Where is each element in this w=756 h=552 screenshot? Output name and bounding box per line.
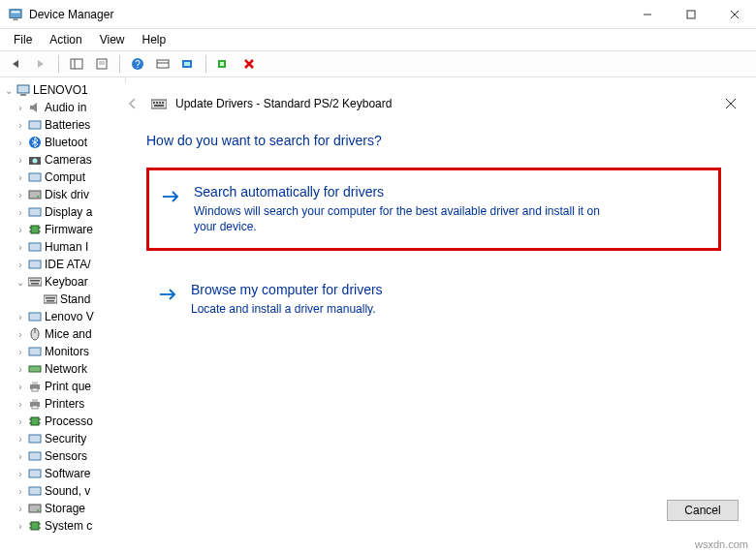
expand-icon[interactable]: › <box>16 399 25 410</box>
watermark: wsxdn.com <box>695 538 748 550</box>
tree-item[interactable]: ›Comput <box>4 169 125 186</box>
expand-icon[interactable]: › <box>16 416 25 427</box>
svg-rect-45 <box>29 313 41 321</box>
tree-item[interactable]: ›Network <box>4 360 125 378</box>
tree-item[interactable]: ⌄Keyboar <box>4 273 125 291</box>
device-icon <box>27 187 43 202</box>
scan-hardware-icon[interactable] <box>151 53 174 75</box>
menu-view[interactable]: View <box>92 31 133 48</box>
device-icon <box>27 448 43 464</box>
expand-icon[interactable]: › <box>16 486 25 497</box>
svg-text:?: ? <box>135 59 141 70</box>
separator <box>58 55 59 73</box>
option-browse-computer[interactable]: Browse my computer for drivers Locate an… <box>146 268 721 330</box>
update-driver-icon[interactable] <box>176 53 200 75</box>
tree-item[interactable]: ›Audio in <box>4 99 125 116</box>
tree-item[interactable]: ›Firmware <box>4 221 125 238</box>
help-icon[interactable]: ? <box>126 53 149 75</box>
collapse-icon[interactable]: ⌄ <box>4 85 14 96</box>
dialog-close-button[interactable] <box>717 90 744 117</box>
minimize-button[interactable] <box>625 0 669 29</box>
svg-rect-23 <box>20 94 26 96</box>
option-title: Browse my computer for drivers <box>191 282 383 297</box>
expand-icon[interactable]: › <box>16 312 25 322</box>
device-icon <box>27 396 43 412</box>
dialog-back-button[interactable] <box>121 92 144 115</box>
menu-action[interactable]: Action <box>42 31 89 48</box>
close-button[interactable] <box>712 0 756 29</box>
tree-item[interactable]: ›Printers <box>4 395 125 413</box>
expand-icon[interactable]: › <box>16 155 25 166</box>
svg-rect-49 <box>29 366 41 372</box>
tree-item-label: Sound, v <box>45 484 90 498</box>
tree-item[interactable]: ›Human I <box>4 238 125 256</box>
expand-icon[interactable]: › <box>16 242 25 253</box>
tree-item[interactable]: ›IDE ATA/ <box>4 256 125 273</box>
tree-item-label: Monitors <box>45 345 89 358</box>
tree-item[interactable]: ›Mice and <box>4 325 125 343</box>
menubar: File Action View Help <box>0 29 756 50</box>
device-tree[interactable]: ⌄ LENOVO1 ›Audio in›Batteries›Bluetoot›C… <box>0 77 126 535</box>
expand-icon[interactable]: › <box>16 172 25 183</box>
tree-item[interactable]: ›Sensors <box>4 447 125 465</box>
tree-root[interactable]: ⌄ LENOVO1 <box>4 81 125 99</box>
tree-item[interactable]: ›Lenovo V <box>4 308 125 325</box>
option-description: Windows will search your computer for th… <box>194 203 601 234</box>
tree-item[interactable]: ›Cameras <box>4 151 125 169</box>
expand-icon[interactable]: › <box>16 469 25 479</box>
properties-icon[interactable] <box>90 53 113 75</box>
separator <box>205 55 206 73</box>
delete-icon[interactable] <box>237 53 261 75</box>
tree-item[interactable]: ›Disk driv <box>4 186 125 203</box>
tree-item[interactable]: ›Monitors <box>4 343 125 360</box>
expand-icon[interactable]: › <box>16 260 25 270</box>
tree-item[interactable]: ›Batteries <box>4 116 125 134</box>
menu-file[interactable]: File <box>6 31 40 48</box>
option-search-automatically[interactable]: Search automatically for drivers Windows… <box>146 168 721 251</box>
maximize-button[interactable] <box>669 0 712 29</box>
svg-rect-28 <box>29 173 41 181</box>
menu-help[interactable]: Help <box>135 31 174 48</box>
expand-icon[interactable]: › <box>16 120 25 131</box>
tree-item[interactable]: ›Sound, v <box>4 482 125 500</box>
expand-icon[interactable]: › <box>16 138 25 148</box>
tree-item-label: Security <box>45 432 86 445</box>
expand-icon[interactable]: › <box>16 451 25 462</box>
svg-point-66 <box>37 509 39 511</box>
show-hide-console-tree-icon[interactable] <box>65 53 88 75</box>
svg-rect-74 <box>156 102 158 104</box>
tree-item-label: Display a <box>45 205 92 219</box>
tree-item[interactable]: ›Bluetoot <box>4 134 125 151</box>
tree-item[interactable]: ›Processo <box>4 413 125 430</box>
expand-icon[interactable]: › <box>16 207 25 218</box>
expand-icon[interactable]: › <box>16 190 25 200</box>
tree-item[interactable]: ›Storage <box>4 500 125 517</box>
expand-icon[interactable]: ⌄ <box>16 277 25 288</box>
tree-item[interactable]: ›Software <box>4 465 125 482</box>
expand-icon[interactable]: › <box>16 382 25 392</box>
uninstall-device-icon[interactable] <box>212 53 236 75</box>
svg-rect-63 <box>29 470 41 477</box>
tree-subitem-label: Stand <box>60 292 90 306</box>
tree-item[interactable]: ›Print que <box>4 378 125 395</box>
expand-icon[interactable]: › <box>16 225 25 235</box>
expand-icon[interactable]: › <box>16 103 25 113</box>
expand-icon[interactable]: › <box>16 504 25 514</box>
separator <box>119 55 120 73</box>
tree-item[interactable]: ›Security <box>4 430 125 447</box>
svg-rect-75 <box>159 102 161 104</box>
tree-item[interactable]: ›Display a <box>4 203 125 221</box>
tree-subitem[interactable]: Stand <box>4 291 125 308</box>
tree-item[interactable]: ›System c <box>4 517 125 535</box>
tree-item-label: Lenovo V <box>45 310 94 323</box>
keyboard-icon <box>150 95 168 112</box>
expand-icon[interactable]: › <box>16 521 25 532</box>
cancel-button[interactable]: Cancel <box>667 500 739 521</box>
expand-icon[interactable]: › <box>16 329 25 340</box>
expand-icon[interactable]: › <box>16 364 25 375</box>
svg-rect-24 <box>29 121 41 129</box>
expand-icon[interactable]: › <box>16 434 25 445</box>
expand-icon[interactable]: › <box>16 347 25 357</box>
forward-button[interactable] <box>29 53 52 75</box>
back-button[interactable] <box>4 53 27 75</box>
